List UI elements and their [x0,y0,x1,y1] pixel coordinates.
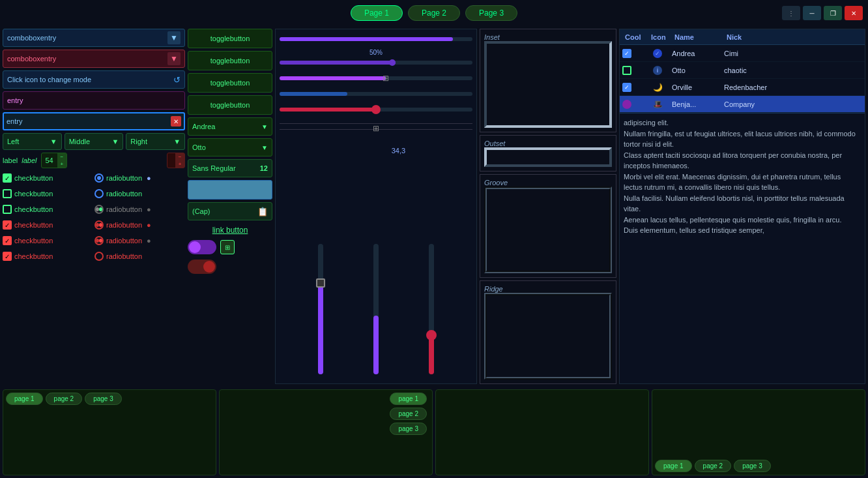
nb1-tab2[interactable]: page 2 [46,393,83,405]
link-button[interactable]: link button [212,226,248,235]
notebook1: page 1 page 2 page 3 [3,389,216,475]
v-slider1[interactable] [318,244,323,374]
check2-box[interactable] [3,189,12,198]
radio2-circle[interactable] [94,189,104,198]
th-cool: Cool [620,33,646,41]
titlebar: Page 1 Page 2 Page 3 ⋮ ─ ❐ ✕ [0,0,868,26]
red-spin-buttons: − + [175,153,184,168]
menu-button[interactable]: ⋮ [782,6,800,20]
v-slider3-thumb [426,330,437,340]
check6-label: checkbutton [14,252,53,260]
color-preview [188,180,272,200]
radio3-circle[interactable] [94,205,104,214]
radio5: radiobutton ● [94,233,185,248]
v-slider2[interactable]: ⊞ [373,244,379,374]
close-button[interactable]: ✕ [845,6,863,20]
right-btn[interactable]: Right ▼ [126,133,185,150]
toggle-off[interactable] [188,260,216,274]
tab-page2[interactable]: Page 2 [408,5,460,21]
mode-icon[interactable]: ↺ [173,75,181,85]
otto-combo[interactable]: Otto ▼ [188,138,272,157]
nb2-tab3[interactable]: page 3 [390,423,427,435]
inset-frame [484,41,612,128]
otto-label: Otto [192,143,259,151]
tab-page1[interactable]: Page 1 [351,5,403,21]
toggle-switch[interactable] [188,240,216,254]
middle-btn[interactable]: Middle ▼ [65,133,124,150]
togglebtn4[interactable]: togglebutton [188,95,272,115]
togglebtn3[interactable]: togglebutton [188,73,272,93]
nb1-tab3[interactable]: page 3 [85,393,122,405]
notebook1-tabs: page 1 page 2 page 3 [6,393,213,405]
radio5-circle[interactable] [94,236,104,245]
notebook3 [435,389,649,475]
th-nick: Nick [721,33,860,41]
tab-page3[interactable]: Page 3 [465,5,517,21]
combobox2[interactable]: comboboxentry ▼ [3,50,185,68]
h-slider2[interactable] [280,57,472,68]
check6-box[interactable] [3,252,12,261]
h-slider3[interactable]: ⊞ [280,72,472,84]
td-nick-benja: Company [721,100,865,108]
toggle-switch-icon[interactable]: ⊞ [220,240,235,254]
table-text-panel: Cool Icon Name Nick ✓ ✓ Andrea Cimi [619,29,865,384]
radio1: radiobutton ● [94,171,185,185]
red-spin-down[interactable]: − [175,153,184,160]
check4-box[interactable] [3,220,12,230]
table-row-otto[interactable]: i Otto chaotic [620,62,865,79]
h-slider1[interactable] [280,33,472,45]
check3-box[interactable] [3,205,12,214]
h-slider4[interactable] [280,88,472,100]
spin-value: 54 [42,157,57,164]
titlebar-controls: ⋮ ─ ❐ ✕ [782,6,863,20]
red-spin-up[interactable]: + [175,160,184,168]
check5: checkbutton [3,233,93,248]
td-nick-orville: Redenbacher [721,83,865,91]
combobox1[interactable]: comboboxentry ▼ [3,29,185,47]
orville-check-icon: ✓ [622,83,631,92]
h-slider5[interactable] [280,104,472,115]
radio6-circle[interactable] [94,252,104,261]
nb1-tab1[interactable]: page 1 [6,393,43,405]
togglebtn2[interactable]: togglebutton [188,51,272,70]
nb4-tab3[interactable]: page 3 [734,460,771,472]
left-panel: comboboxentry ▼ comboboxentry ▼ Click ic… [3,29,185,384]
td-cool-andrea: ✓ [620,49,646,58]
table-row-benja[interactable]: 🎩 Benja... Company [620,96,865,113]
center-panel: 50% ⊞ [275,29,477,384]
outset-section: Outset [480,135,616,172]
spin-up[interactable]: + [57,160,66,168]
cap-icon[interactable]: 📋 [257,207,268,217]
radio4-circle[interactable] [94,220,104,230]
font-size: 12 [260,164,268,172]
spinbox[interactable]: 54 − + [41,153,67,168]
entry2-input[interactable] [7,117,169,125]
red-spinbox[interactable]: − + [167,153,185,168]
check5-box[interactable] [3,236,12,245]
nb4-tab2[interactable]: page 2 [695,460,732,472]
radio1-circle[interactable] [94,173,104,183]
andrea-combo[interactable]: Andrea ▼ [188,117,272,136]
text-panel: adipiscing elit. Nullam fringilla, est u… [620,113,865,383]
table-row-andrea[interactable]: ✓ ✓ Andrea Cimi [620,45,865,62]
check1-box[interactable] [3,173,12,183]
maximize-button[interactable]: ❐ [824,6,842,20]
nb2-tab1[interactable]: page 1 [390,393,427,405]
minimize-button[interactable]: ─ [803,6,821,20]
togglebtn1[interactable]: togglebutton [188,29,272,48]
inset-section: Inset [480,29,616,132]
entry2-clear[interactable]: ✕ [171,116,181,127]
combobox2-arrow[interactable]: ▼ [167,52,181,65]
left-btn[interactable]: Left ▼ [3,133,62,150]
table-row-orville[interactable]: ✓ 🌙 Orville Redenbacher [620,79,865,96]
orville-icon: 🌙 [653,83,663,92]
radio6-label: radiobutton [106,252,142,260]
v-slider3[interactable] [429,244,434,374]
td-icon-andrea: ✓ [646,49,669,58]
nb2-tab2[interactable]: page 2 [390,408,427,420]
spin-down[interactable]: − [57,153,66,160]
nb4-tab1[interactable]: page 1 [655,460,692,472]
radio5-dot: ● [147,237,151,245]
combobox1-arrow[interactable]: ▼ [167,31,181,44]
table-header: Cool Icon Name Nick [620,29,865,45]
